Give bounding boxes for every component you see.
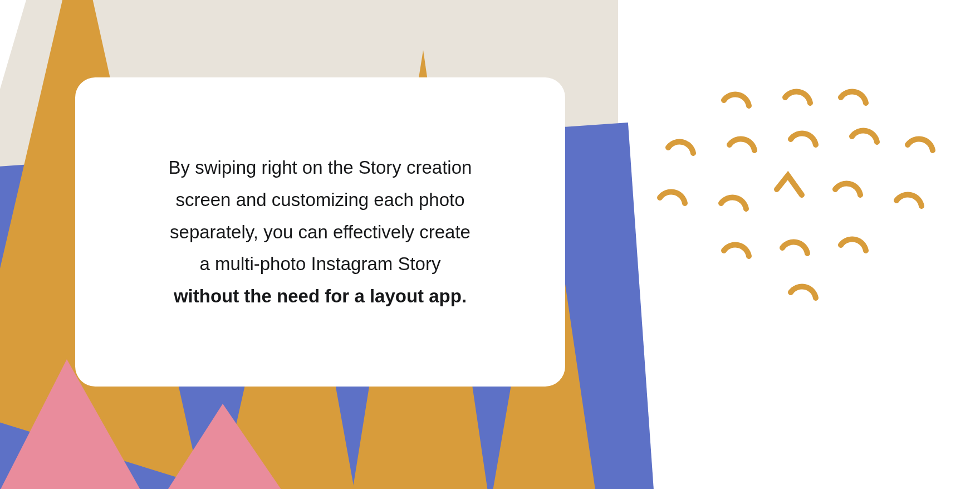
- text-line-4: a multi-photo Instagram Story: [200, 253, 441, 274]
- text-line-1: By swiping right on the Story creation: [169, 157, 472, 178]
- info-card: By swiping right on the Story creation s…: [75, 77, 565, 387]
- text-line-2: screen and customizing each photo: [175, 189, 464, 210]
- text-line-bold: without the need for a layout app.: [174, 286, 467, 306]
- card-body-text: By swiping right on the Story creation s…: [169, 151, 472, 312]
- text-line-3: separately, you can effectively create: [170, 222, 471, 242]
